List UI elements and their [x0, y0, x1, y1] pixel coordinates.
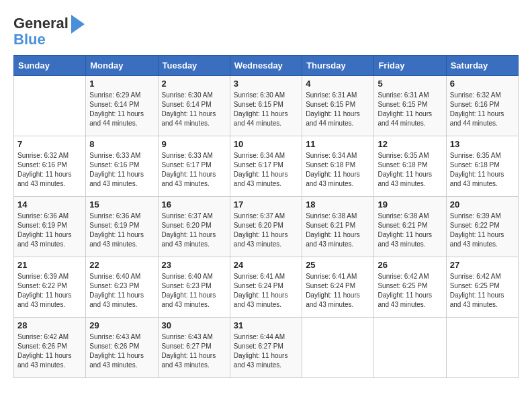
day-info: Sunrise: 6:41 AMSunset: 6:24 PMDaylight:… — [306, 272, 370, 310]
day-number: 2 — [162, 79, 226, 89]
day-number: 20 — [450, 199, 515, 210]
day-info: Sunrise: 6:30 AMSunset: 6:15 PMDaylight:… — [234, 91, 298, 128]
header-saturday: Saturday — [446, 56, 518, 76]
day-info: Sunrise: 6:35 AMSunset: 6:18 PMDaylight:… — [378, 151, 442, 189]
logo: General Blue — [13, 13, 85, 48]
header-tuesday: Tuesday — [158, 56, 230, 76]
day-info: Sunrise: 6:42 AMSunset: 6:25 PMDaylight:… — [450, 272, 515, 310]
calendar-cell — [446, 318, 518, 378]
header-monday: Monday — [86, 56, 158, 76]
day-number: 31 — [234, 320, 298, 330]
day-number: 23 — [162, 260, 226, 270]
day-number: 21 — [17, 260, 82, 270]
day-number: 6 — [450, 79, 515, 89]
day-info: Sunrise: 6:38 AMSunset: 6:21 PMDaylight:… — [306, 212, 370, 249]
day-info: Sunrise: 6:30 AMSunset: 6:14 PMDaylight:… — [162, 91, 226, 128]
week-row-3: 14Sunrise: 6:36 AMSunset: 6:19 PMDayligh… — [14, 197, 519, 257]
calendar-cell: 19Sunrise: 6:38 AMSunset: 6:21 PMDayligh… — [374, 197, 446, 257]
day-number: 9 — [162, 139, 226, 149]
calendar-cell: 26Sunrise: 6:42 AMSunset: 6:25 PMDayligh… — [374, 257, 446, 318]
day-info: Sunrise: 6:43 AMSunset: 6:27 PMDaylight:… — [162, 332, 226, 370]
day-number: 8 — [89, 139, 154, 149]
calendar-cell: 10Sunrise: 6:34 AMSunset: 6:17 PMDayligh… — [230, 136, 302, 197]
calendar-cell: 22Sunrise: 6:40 AMSunset: 6:23 PMDayligh… — [86, 257, 158, 318]
calendar-cell: 31Sunrise: 6:44 AMSunset: 6:27 PMDayligh… — [230, 318, 302, 378]
day-info: Sunrise: 6:42 AMSunset: 6:26 PMDaylight:… — [17, 332, 82, 370]
calendar-cell: 25Sunrise: 6:41 AMSunset: 6:24 PMDayligh… — [302, 257, 374, 318]
day-number: 16 — [162, 199, 226, 210]
day-info: Sunrise: 6:36 AMSunset: 6:19 PMDaylight:… — [17, 212, 82, 249]
calendar-cell: 4Sunrise: 6:31 AMSunset: 6:15 PMDaylight… — [302, 76, 374, 136]
calendar-header-row: SundayMondayTuesdayWednesdayThursdayFrid… — [14, 56, 519, 76]
day-info: Sunrise: 6:32 AMSunset: 6:16 PMDaylight:… — [17, 151, 82, 189]
day-info: Sunrise: 6:43 AMSunset: 6:26 PMDaylight:… — [89, 332, 154, 370]
day-number: 28 — [17, 320, 82, 330]
day-number: 1 — [89, 79, 154, 89]
day-number: 3 — [234, 79, 298, 89]
calendar-cell: 1Sunrise: 6:29 AMSunset: 6:14 PMDaylight… — [86, 76, 158, 136]
header-friday: Friday — [374, 56, 446, 76]
calendar-cell: 20Sunrise: 6:39 AMSunset: 6:22 PMDayligh… — [446, 197, 518, 257]
day-info: Sunrise: 6:41 AMSunset: 6:24 PMDaylight:… — [234, 272, 298, 310]
day-number: 14 — [17, 199, 82, 210]
day-number: 10 — [234, 139, 298, 149]
day-info: Sunrise: 6:35 AMSunset: 6:18 PMDaylight:… — [450, 151, 515, 189]
day-info: Sunrise: 6:29 AMSunset: 6:14 PMDaylight:… — [89, 91, 154, 128]
day-number: 25 — [306, 260, 370, 270]
calendar-cell: 12Sunrise: 6:35 AMSunset: 6:18 PMDayligh… — [374, 136, 446, 197]
week-row-5: 28Sunrise: 6:42 AMSunset: 6:26 PMDayligh… — [14, 318, 519, 378]
day-number: 11 — [306, 139, 370, 149]
day-number: 24 — [234, 260, 298, 270]
day-number: 13 — [450, 139, 515, 149]
day-info: Sunrise: 6:38 AMSunset: 6:21 PMDaylight:… — [378, 212, 442, 249]
day-info: Sunrise: 6:40 AMSunset: 6:23 PMDaylight:… — [162, 272, 226, 310]
calendar-cell: 29Sunrise: 6:43 AMSunset: 6:26 PMDayligh… — [86, 318, 158, 378]
calendar-cell — [14, 76, 86, 136]
day-number: 27 — [450, 260, 515, 270]
calendar-cell: 5Sunrise: 6:31 AMSunset: 6:15 PMDaylight… — [374, 76, 446, 136]
calendar-cell: 17Sunrise: 6:37 AMSunset: 6:20 PMDayligh… — [230, 197, 302, 257]
day-info: Sunrise: 6:33 AMSunset: 6:17 PMDaylight:… — [162, 151, 226, 189]
day-info: Sunrise: 6:31 AMSunset: 6:15 PMDaylight:… — [378, 91, 442, 128]
day-info: Sunrise: 6:42 AMSunset: 6:25 PMDaylight:… — [378, 272, 442, 310]
calendar-cell: 23Sunrise: 6:40 AMSunset: 6:23 PMDayligh… — [158, 257, 230, 318]
calendar-cell: 7Sunrise: 6:32 AMSunset: 6:16 PMDaylight… — [14, 136, 86, 197]
calendar-cell: 24Sunrise: 6:41 AMSunset: 6:24 PMDayligh… — [230, 257, 302, 318]
day-number: 22 — [89, 260, 154, 270]
day-info: Sunrise: 6:39 AMSunset: 6:22 PMDaylight:… — [450, 212, 515, 249]
calendar-cell — [302, 318, 374, 378]
day-number: 7 — [17, 139, 82, 149]
day-info: Sunrise: 6:36 AMSunset: 6:19 PMDaylight:… — [89, 212, 154, 249]
calendar-cell: 16Sunrise: 6:37 AMSunset: 6:20 PMDayligh… — [158, 197, 230, 257]
week-row-1: 1Sunrise: 6:29 AMSunset: 6:14 PMDaylight… — [14, 76, 519, 136]
calendar-cell: 11Sunrise: 6:34 AMSunset: 6:18 PMDayligh… — [302, 136, 374, 197]
calendar-cell: 8Sunrise: 6:33 AMSunset: 6:16 PMDaylight… — [86, 136, 158, 197]
calendar-cell: 30Sunrise: 6:43 AMSunset: 6:27 PMDayligh… — [158, 318, 230, 378]
calendar-cell: 14Sunrise: 6:36 AMSunset: 6:19 PMDayligh… — [14, 197, 86, 257]
calendar-cell — [374, 318, 446, 378]
day-info: Sunrise: 6:32 AMSunset: 6:16 PMDaylight:… — [450, 91, 515, 128]
day-info: Sunrise: 6:37 AMSunset: 6:20 PMDaylight:… — [162, 212, 226, 249]
calendar-cell: 21Sunrise: 6:39 AMSunset: 6:22 PMDayligh… — [14, 257, 86, 318]
calendar-cell: 15Sunrise: 6:36 AMSunset: 6:19 PMDayligh… — [86, 197, 158, 257]
header-thursday: Thursday — [302, 56, 374, 76]
calendar-cell: 18Sunrise: 6:38 AMSunset: 6:21 PMDayligh… — [302, 197, 374, 257]
day-number: 15 — [89, 199, 154, 210]
day-number: 18 — [306, 199, 370, 210]
day-number: 5 — [378, 79, 442, 89]
day-info: Sunrise: 6:31 AMSunset: 6:15 PMDaylight:… — [306, 91, 370, 128]
logo-text: General — [13, 15, 69, 32]
header-wednesday: Wednesday — [230, 56, 302, 76]
calendar-cell: 27Sunrise: 6:42 AMSunset: 6:25 PMDayligh… — [446, 257, 518, 318]
page-header: General Blue — [13, 13, 519, 48]
day-info: Sunrise: 6:34 AMSunset: 6:17 PMDaylight:… — [234, 151, 298, 189]
day-info: Sunrise: 6:39 AMSunset: 6:22 PMDaylight:… — [17, 272, 82, 310]
calendar-cell: 3Sunrise: 6:30 AMSunset: 6:15 PMDaylight… — [230, 76, 302, 136]
day-info: Sunrise: 6:37 AMSunset: 6:20 PMDaylight:… — [234, 212, 298, 249]
day-info: Sunrise: 6:44 AMSunset: 6:27 PMDaylight:… — [234, 332, 298, 370]
day-number: 4 — [306, 79, 370, 89]
header-sunday: Sunday — [14, 56, 86, 76]
day-number: 26 — [378, 260, 442, 270]
calendar-cell: 13Sunrise: 6:35 AMSunset: 6:18 PMDayligh… — [446, 136, 518, 197]
day-number: 12 — [378, 139, 442, 149]
